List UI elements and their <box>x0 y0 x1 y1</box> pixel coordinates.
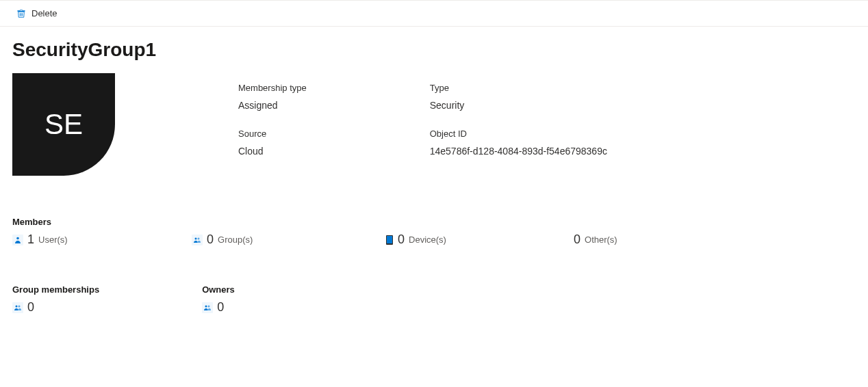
property-source: Source Cloud <box>238 129 307 157</box>
property-type: Type Security <box>430 83 607 111</box>
members-others[interactable]: 0 Other(s) <box>574 232 617 247</box>
properties-column-2: Type Security Object ID 14e5786f-d128-40… <box>430 83 607 176</box>
members-groups[interactable]: 0 Group(s) <box>192 232 385 247</box>
groups-count: 0 <box>207 232 214 247</box>
members-section: Members 1 User(s) 0 Group(s) 0 <box>12 217 856 247</box>
owners-section: Owners 0 <box>202 284 277 315</box>
others-label: Other(s) <box>585 235 617 245</box>
properties-grid: Membership type Assigned Source Cloud Ty… <box>238 73 607 176</box>
group-memberships-count-group[interactable]: 0 <box>12 300 99 315</box>
property-label: Object ID <box>430 129 607 139</box>
svg-point-8 <box>208 305 210 307</box>
users-count: 1 <box>27 232 34 247</box>
svg-point-2 <box>198 237 200 239</box>
property-label: Type <box>430 83 607 93</box>
property-label: Source <box>238 129 307 139</box>
device-icon <box>385 235 394 245</box>
sub-sections: Group memberships 0 Owners 0 <box>12 284 856 315</box>
delete-button-label: Delete <box>31 8 58 18</box>
svg-rect-4 <box>387 236 392 243</box>
property-value: 14e5786f-d128-4084-893d-f54e6798369c <box>430 146 607 157</box>
trash-icon <box>16 9 26 18</box>
groups-label: Group(s) <box>218 235 253 245</box>
group-memberships-title: Group memberships <box>12 284 99 295</box>
group-icon <box>202 302 213 313</box>
delete-button[interactable]: Delete <box>14 7 60 20</box>
devices-count: 0 <box>398 232 405 247</box>
owners-title: Owners <box>202 284 277 295</box>
svg-point-1 <box>195 237 197 239</box>
group-memberships-section: Group memberships 0 <box>12 284 99 315</box>
content-area: SecurityGroup1 SE Membership type Assign… <box>0 27 868 327</box>
owners-count-group[interactable]: 0 <box>202 300 277 315</box>
owners-count: 0 <box>217 300 224 315</box>
users-label: User(s) <box>38 235 68 245</box>
devices-label: Device(s) <box>409 235 446 245</box>
property-object-id: Object ID 14e5786f-d128-4084-893d-f54e67… <box>430 129 607 157</box>
property-membership-type: Membership type Assigned <box>238 83 307 111</box>
group-memberships-count: 0 <box>27 300 34 315</box>
members-users[interactable]: 1 User(s) <box>12 232 192 247</box>
avatar-initials: SE <box>44 108 83 141</box>
group-icon <box>192 235 203 245</box>
property-value: Cloud <box>238 146 307 157</box>
property-value: Assigned <box>238 100 307 111</box>
members-counts-row: 1 User(s) 0 Group(s) 0 Device(s) 0 Other… <box>12 232 856 247</box>
group-avatar: SE <box>12 73 115 176</box>
svg-point-6 <box>18 305 21 307</box>
others-count: 0 <box>574 232 580 247</box>
svg-point-5 <box>16 305 18 307</box>
members-section-title: Members <box>12 217 856 227</box>
property-value: Security <box>430 100 607 111</box>
overview-row: SE Membership type Assigned Source Cloud… <box>12 73 856 176</box>
user-icon <box>12 235 23 245</box>
group-icon <box>12 302 23 313</box>
page-title: SecurityGroup1 <box>12 39 856 61</box>
svg-point-7 <box>205 305 207 307</box>
property-label: Membership type <box>238 83 307 93</box>
properties-column-1: Membership type Assigned Source Cloud <box>238 83 307 176</box>
svg-point-0 <box>16 237 19 239</box>
members-devices[interactable]: 0 Device(s) <box>385 232 574 247</box>
toolbar: Delete <box>0 0 868 27</box>
